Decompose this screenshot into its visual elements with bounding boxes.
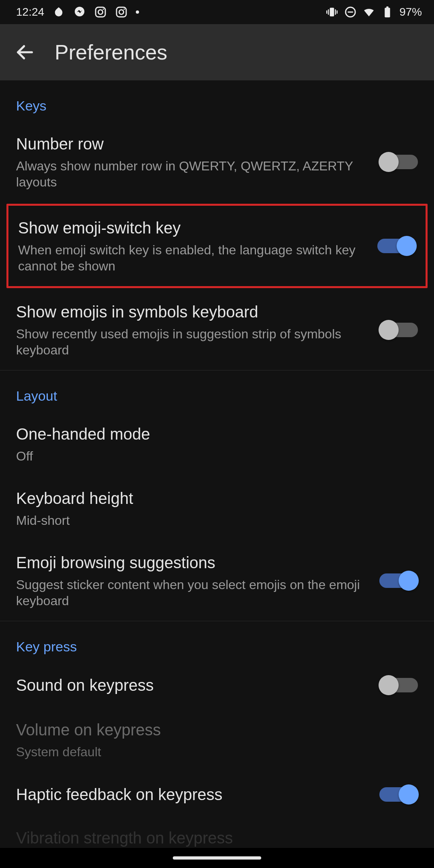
toggle-sound-on-keypress[interactable] — [379, 675, 418, 696]
row-subtitle: Always show number row in QWERTY, QWERTZ… — [16, 158, 367, 190]
row-subtitle: System default — [16, 744, 406, 760]
svg-point-5 — [119, 10, 123, 14]
svg-rect-10 — [335, 9, 336, 14]
back-icon[interactable] — [14, 42, 35, 63]
section-header-key-press: Key press — [0, 621, 434, 663]
messenger-icon — [73, 6, 86, 18]
svg-rect-15 — [386, 6, 388, 8]
row-emoji-switch-key[interactable]: Show emoji-switch key When emoji switch … — [8, 206, 426, 286]
svg-rect-7 — [330, 8, 334, 16]
wifi-icon — [362, 6, 375, 18]
row-title: Haptic feedback on keypress — [16, 784, 367, 805]
toggle-number-row[interactable] — [379, 151, 418, 172]
row-subtitle: Show recently used emojis in suggestion … — [16, 326, 367, 358]
svg-rect-1 — [96, 7, 105, 17]
row-title: Keyboard height — [16, 488, 406, 508]
status-time: 12:24 — [16, 6, 44, 18]
row-title: Volume on keypress — [16, 720, 406, 740]
app-bar: Preferences — [0, 24, 434, 80]
system-nav-bar — [0, 848, 434, 868]
svg-point-2 — [98, 10, 102, 14]
row-haptic-feedback[interactable]: Haptic feedback on keypress — [0, 772, 434, 817]
svg-rect-9 — [326, 10, 327, 14]
notification-dot-icon — [136, 10, 139, 14]
row-title: Number row — [16, 134, 367, 154]
row-subtitle: Off — [16, 448, 406, 464]
row-title: Vibration strength on keypress — [16, 829, 418, 847]
do-not-disturb-icon — [344, 6, 357, 18]
svg-rect-4 — [117, 7, 126, 17]
section-header-layout: Layout — [0, 371, 434, 412]
row-number-row[interactable]: Number row Always show number row in QWE… — [0, 122, 434, 202]
row-sound-on-keypress[interactable]: Sound on keypress — [0, 663, 434, 708]
row-subtitle: Mid-short — [16, 512, 406, 528]
svg-rect-14 — [385, 8, 390, 17]
row-title: Show emoji-switch key — [18, 218, 365, 238]
row-one-handed-mode[interactable]: One-handed mode Off — [0, 412, 434, 476]
row-subtitle: Suggest sticker content when you select … — [16, 577, 367, 609]
instagram-icon — [115, 6, 128, 18]
leaf-icon — [52, 6, 65, 18]
row-subtitle: When emoji switch key is enabled, the la… — [18, 242, 365, 274]
row-title: One-handed mode — [16, 424, 406, 444]
row-title: Show emojis in symbols keyboard — [16, 302, 367, 322]
row-vibration-strength[interactable]: Vibration strength on keypress — [0, 817, 434, 847]
svg-point-3 — [103, 8, 104, 10]
row-title: Emoji browsing suggestions — [16, 553, 367, 573]
svg-rect-11 — [337, 10, 338, 14]
toggle-emoji-browsing-suggestions[interactable] — [379, 570, 418, 591]
battery-icon — [381, 6, 394, 18]
section-header-keys: Keys — [0, 80, 434, 122]
svg-point-6 — [124, 8, 125, 10]
toggle-emojis-in-symbols[interactable] — [379, 319, 418, 340]
row-emojis-in-symbols[interactable]: Show emojis in symbols keyboard Show rec… — [0, 290, 434, 370]
toggle-haptic-feedback[interactable] — [379, 784, 418, 805]
status-right: 97% — [326, 6, 422, 18]
row-volume-on-keypress: Volume on keypress System default — [0, 708, 434, 772]
instagram-icon — [94, 6, 107, 18]
vibrate-icon — [326, 6, 338, 18]
toggle-emoji-switch-key[interactable] — [377, 235, 416, 256]
row-emoji-browsing-suggestions[interactable]: Emoji browsing suggestions Suggest stick… — [0, 540, 434, 621]
battery-percent: 97% — [399, 6, 422, 18]
settings-list[interactable]: Keys Number row Always show number row i… — [0, 80, 434, 847]
highlight-box: Show emoji-switch key When emoji switch … — [6, 204, 428, 288]
row-keyboard-height[interactable]: Keyboard height Mid-short — [0, 476, 434, 540]
status-left: 12:24 — [16, 6, 139, 18]
status-bar: 12:24 97% — [0, 0, 434, 24]
gesture-nav-pill-icon[interactable] — [173, 856, 261, 860]
page-title: Preferences — [55, 40, 167, 64]
svg-rect-8 — [328, 9, 329, 14]
row-title: Sound on keypress — [16, 675, 367, 695]
